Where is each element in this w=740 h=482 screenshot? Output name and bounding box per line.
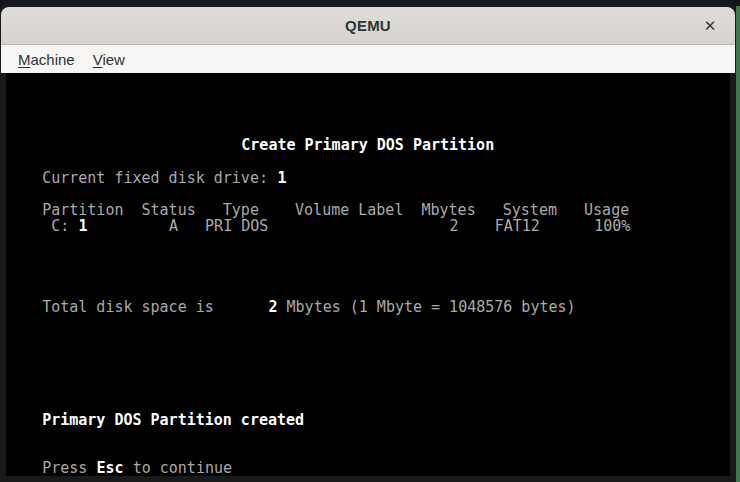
partition-row: PRI DOS [205,218,268,234]
guest-display[interactable]: Create Primary DOS PartitionCurrent fixe… [6,73,730,476]
current-drive-line: 1 [278,170,287,186]
current-drive-line: Current fixed disk drive: [42,170,268,186]
prompt-line: to continue [133,460,232,476]
partition-table-header: Partition Status Type Volume Label Mbyte… [42,202,629,218]
menu-bar: Machine View [1,45,735,73]
title-bar[interactable]: QEMU ✕ [1,7,735,45]
partition-row: 100% [594,218,630,234]
screen-title: Create Primary DOS Partition [241,137,494,153]
partition-row: 1 [78,218,87,234]
close-icon: ✕ [704,17,717,35]
prompt-line: Press [42,460,87,476]
partition-row: FAT12 [495,218,540,234]
total-space-line: Mbytes (1 Mbyte = 1048576 bytes) [287,299,576,315]
window-title: QEMU [345,17,391,34]
partition-row: C: [51,218,69,234]
partition-row: A [169,218,178,234]
partition-row: 2 [449,218,458,234]
total-space-line: 2 [268,299,277,315]
qemu-window: QEMU ✕ Machine View Create Primary DOS P… [0,0,736,482]
status-message: Primary DOS Partition created [42,412,304,428]
menu-view[interactable]: View [84,49,134,70]
desktop-background-strip [736,6,740,482]
total-space-line: Total disk space is [42,299,214,315]
prompt-line: Esc [97,460,124,476]
close-button[interactable]: ✕ [699,15,721,37]
desktop: QEMU ✕ Machine View Create Primary DOS P… [0,0,740,482]
menu-machine[interactable]: Machine [9,49,84,70]
